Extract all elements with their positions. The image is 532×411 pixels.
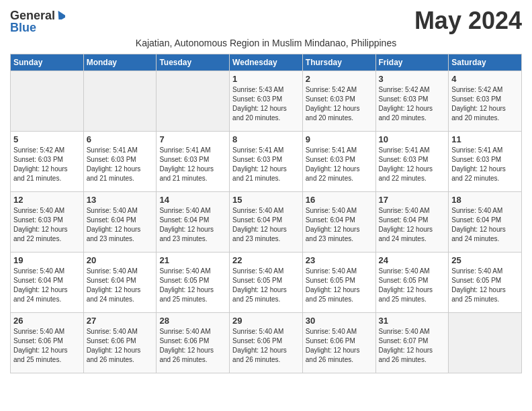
calendar-cell: 21Sunrise: 5:40 AM Sunset: 6:05 PM Dayli… <box>157 253 230 313</box>
day-number: 22 <box>232 255 300 265</box>
column-header-monday: Monday <box>83 54 157 71</box>
day-number: 4 <box>451 74 519 84</box>
day-number: 23 <box>306 255 373 265</box>
day-info: Sunrise: 5:41 AM Sunset: 6:03 PM Dayligh… <box>232 146 300 183</box>
logo-triangle-icon <box>56 10 65 19</box>
day-number: 8 <box>232 134 300 144</box>
day-info: Sunrise: 5:40 AM Sunset: 6:04 PM Dayligh… <box>232 206 300 244</box>
calendar-cell <box>83 71 157 132</box>
day-number: 12 <box>13 195 81 205</box>
day-number: 25 <box>451 255 519 265</box>
calendar-cell: 15Sunrise: 5:40 AM Sunset: 6:04 PM Dayli… <box>230 192 303 253</box>
calendar-cell: 18Sunrise: 5:40 AM Sunset: 6:04 PM Dayli… <box>449 192 522 253</box>
day-info: Sunrise: 5:40 AM Sunset: 6:04 PM Dayligh… <box>159 206 226 244</box>
day-number: 6 <box>87 134 154 144</box>
calendar-cell: 1Sunrise: 5:43 AM Sunset: 6:03 PM Daylig… <box>230 71 303 132</box>
day-number: 1 <box>232 74 300 84</box>
calendar-cell: 4Sunrise: 5:42 AM Sunset: 6:03 PM Daylig… <box>449 71 522 132</box>
calendar-cell: 11Sunrise: 5:41 AM Sunset: 6:03 PM Dayli… <box>449 132 522 192</box>
day-info: Sunrise: 5:40 AM Sunset: 6:04 PM Dayligh… <box>87 267 154 304</box>
calendar-cell: 17Sunrise: 5:40 AM Sunset: 6:04 PM Dayli… <box>375 192 449 253</box>
day-info: Sunrise: 5:40 AM Sunset: 6:04 PM Dayligh… <box>451 206 519 244</box>
calendar-cell: 12Sunrise: 5:40 AM Sunset: 6:03 PM Dayli… <box>11 192 84 253</box>
day-info: Sunrise: 5:41 AM Sunset: 6:03 PM Dayligh… <box>159 146 226 183</box>
column-header-saturday: Saturday <box>449 54 522 71</box>
calendar-cell <box>449 313 522 373</box>
calendar-cell: 8Sunrise: 5:41 AM Sunset: 6:03 PM Daylig… <box>230 132 303 192</box>
calendar-cell: 26Sunrise: 5:40 AM Sunset: 6:06 PM Dayli… <box>11 313 84 373</box>
calendar-cell: 2Sunrise: 5:42 AM Sunset: 6:03 PM Daylig… <box>302 71 375 132</box>
day-number: 3 <box>379 74 446 84</box>
day-info: Sunrise: 5:42 AM Sunset: 6:03 PM Dayligh… <box>306 85 373 123</box>
day-info: Sunrise: 5:43 AM Sunset: 6:03 PM Dayligh… <box>232 85 300 123</box>
day-number: 15 <box>232 195 300 205</box>
calendar-table: SundayMondayTuesdayWednesdayThursdayFrid… <box>10 54 522 373</box>
column-header-sunday: Sunday <box>11 54 84 71</box>
day-info: Sunrise: 5:40 AM Sunset: 6:06 PM Dayligh… <box>13 327 81 365</box>
calendar-cell: 19Sunrise: 5:40 AM Sunset: 6:04 PM Dayli… <box>11 253 84 313</box>
calendar-cell: 6Sunrise: 5:41 AM Sunset: 6:03 PM Daylig… <box>83 132 157 192</box>
day-number: 14 <box>159 195 226 205</box>
day-info: Sunrise: 5:42 AM Sunset: 6:03 PM Dayligh… <box>13 146 81 183</box>
svg-marker-0 <box>56 10 65 19</box>
calendar-week-row: 5Sunrise: 5:42 AM Sunset: 6:03 PM Daylig… <box>11 132 522 192</box>
day-info: Sunrise: 5:40 AM Sunset: 6:05 PM Dayligh… <box>159 267 226 304</box>
day-info: Sunrise: 5:40 AM Sunset: 6:05 PM Dayligh… <box>232 267 300 304</box>
day-number: 31 <box>379 316 446 326</box>
day-info: Sunrise: 5:41 AM Sunset: 6:03 PM Dayligh… <box>451 146 519 183</box>
calendar-cell: 16Sunrise: 5:40 AM Sunset: 6:04 PM Dayli… <box>302 192 375 253</box>
day-info: Sunrise: 5:42 AM Sunset: 6:03 PM Dayligh… <box>379 85 446 123</box>
column-header-tuesday: Tuesday <box>157 54 230 71</box>
logo-general-text: General <box>10 9 55 21</box>
calendar-week-row: 1Sunrise: 5:43 AM Sunset: 6:03 PM Daylig… <box>11 71 522 132</box>
calendar-cell: 31Sunrise: 5:40 AM Sunset: 6:07 PM Dayli… <box>375 313 449 373</box>
day-info: Sunrise: 5:40 AM Sunset: 6:06 PM Dayligh… <box>159 327 226 365</box>
calendar-cell: 5Sunrise: 5:42 AM Sunset: 6:03 PM Daylig… <box>11 132 84 192</box>
calendar-cell: 23Sunrise: 5:40 AM Sunset: 6:05 PM Dayli… <box>302 253 375 313</box>
calendar-cell: 22Sunrise: 5:40 AM Sunset: 6:05 PM Dayli… <box>230 253 303 313</box>
day-info: Sunrise: 5:40 AM Sunset: 6:06 PM Dayligh… <box>87 327 154 365</box>
calendar-header-row: SundayMondayTuesdayWednesdayThursdayFrid… <box>11 54 522 71</box>
day-info: Sunrise: 5:41 AM Sunset: 6:03 PM Dayligh… <box>306 146 373 183</box>
day-number: 27 <box>87 316 154 326</box>
day-info: Sunrise: 5:40 AM Sunset: 6:06 PM Dayligh… <box>232 327 300 365</box>
day-info: Sunrise: 5:40 AM Sunset: 6:04 PM Dayligh… <box>87 206 154 244</box>
day-number: 11 <box>451 134 519 144</box>
day-info: Sunrise: 5:40 AM Sunset: 6:03 PM Dayligh… <box>13 206 81 244</box>
calendar-week-row: 19Sunrise: 5:40 AM Sunset: 6:04 PM Dayli… <box>11 253 522 313</box>
calendar-body: 1Sunrise: 5:43 AM Sunset: 6:03 PM Daylig… <box>11 71 522 373</box>
day-number: 21 <box>159 255 226 265</box>
calendar-cell: 30Sunrise: 5:40 AM Sunset: 6:06 PM Dayli… <box>302 313 375 373</box>
day-info: Sunrise: 5:40 AM Sunset: 6:05 PM Dayligh… <box>379 267 446 304</box>
day-info: Sunrise: 5:40 AM Sunset: 6:05 PM Dayligh… <box>306 267 373 304</box>
day-number: 9 <box>306 134 373 144</box>
day-info: Sunrise: 5:40 AM Sunset: 6:04 PM Dayligh… <box>379 206 446 244</box>
calendar-cell: 7Sunrise: 5:41 AM Sunset: 6:03 PM Daylig… <box>157 132 230 192</box>
logo: General Blue <box>10 9 65 34</box>
calendar-cell <box>157 71 230 132</box>
column-header-thursday: Thursday <box>302 54 375 71</box>
column-header-friday: Friday <box>375 54 449 71</box>
month-title: May 2024 <box>414 7 522 35</box>
calendar-cell: 14Sunrise: 5:40 AM Sunset: 6:04 PM Dayli… <box>157 192 230 253</box>
header: General Blue May 2024 <box>10 7 522 35</box>
day-number: 18 <box>451 195 519 205</box>
day-number: 16 <box>306 195 373 205</box>
subtitle: Kajatian, Autonomous Region in Muslim Mi… <box>10 38 522 48</box>
day-info: Sunrise: 5:40 AM Sunset: 6:07 PM Dayligh… <box>379 327 446 365</box>
calendar-cell: 29Sunrise: 5:40 AM Sunset: 6:06 PM Dayli… <box>230 313 303 373</box>
day-number: 24 <box>379 255 446 265</box>
day-info: Sunrise: 5:40 AM Sunset: 6:04 PM Dayligh… <box>306 206 373 244</box>
day-number: 29 <box>232 316 300 326</box>
day-number: 20 <box>87 255 154 265</box>
day-info: Sunrise: 5:40 AM Sunset: 6:05 PM Dayligh… <box>451 267 519 304</box>
day-info: Sunrise: 5:40 AM Sunset: 6:06 PM Dayligh… <box>306 327 373 365</box>
calendar-cell: 24Sunrise: 5:40 AM Sunset: 6:05 PM Dayli… <box>375 253 449 313</box>
day-number: 2 <box>306 74 373 84</box>
day-number: 28 <box>159 316 226 326</box>
calendar-cell: 25Sunrise: 5:40 AM Sunset: 6:05 PM Dayli… <box>449 253 522 313</box>
day-info: Sunrise: 5:41 AM Sunset: 6:03 PM Dayligh… <box>87 146 154 183</box>
day-info: Sunrise: 5:40 AM Sunset: 6:04 PM Dayligh… <box>13 267 81 304</box>
day-number: 13 <box>87 195 154 205</box>
day-number: 19 <box>13 255 81 265</box>
